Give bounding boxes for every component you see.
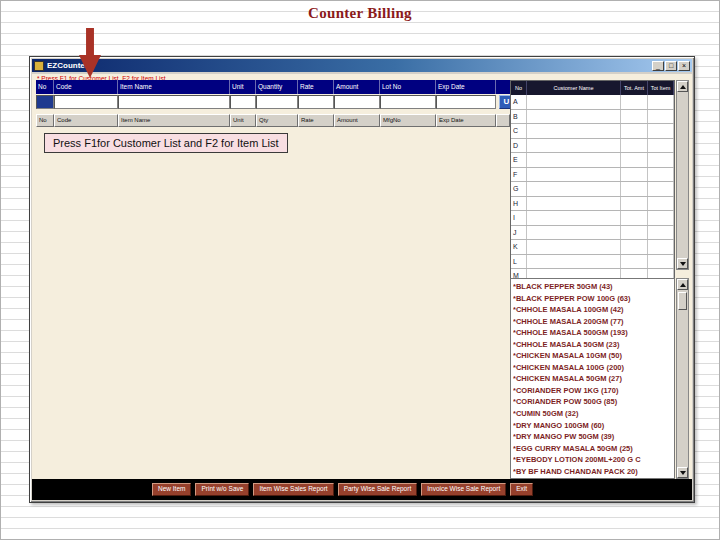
entry-unit-input[interactable] bbox=[230, 95, 256, 109]
page-title: Counter Billing bbox=[1, 5, 719, 22]
item-list-entry[interactable]: *EGG CURRY MASALA 50GM (25) bbox=[513, 443, 674, 455]
entry-col-lotno: Lot No bbox=[380, 80, 436, 94]
grid-col-amount: Amount bbox=[334, 114, 380, 127]
close-icon[interactable]: × bbox=[678, 61, 690, 71]
scroll-up-icon bbox=[680, 85, 686, 89]
customer-name-cell bbox=[527, 226, 621, 240]
maximize-icon[interactable]: □ bbox=[665, 61, 677, 71]
customer-row[interactable]: E bbox=[511, 153, 674, 168]
entry-col-unit: Unit bbox=[230, 80, 256, 94]
customer-scroll-down-button[interactable] bbox=[677, 258, 688, 269]
customer-row[interactable]: H bbox=[511, 197, 674, 212]
item-list-entry[interactable]: *CHHOLE MASALA 100GM (42) bbox=[513, 304, 674, 316]
customer-row[interactable]: L bbox=[511, 255, 674, 270]
footer-button[interactable]: Print w/o Save bbox=[195, 483, 249, 497]
entry-rate-input[interactable] bbox=[298, 95, 334, 109]
customer-name-cell bbox=[527, 255, 621, 269]
customer-amt-cell bbox=[621, 182, 648, 196]
footer-button[interactable]: Exit bbox=[510, 483, 533, 497]
customer-row[interactable]: K bbox=[511, 240, 674, 255]
entry-item-name-input[interactable] bbox=[118, 95, 230, 109]
customer-name-cell bbox=[527, 240, 621, 254]
item-list-entry[interactable]: *BY BF HAND CHANDAN PACK 20) bbox=[513, 466, 674, 478]
customer-amt-cell bbox=[621, 226, 648, 240]
item-list-entry[interactable]: *CHICKEN MASALA 10GM (50) bbox=[513, 350, 674, 362]
item-list-entry[interactable]: *CHICKEN MASALA 100G (200) bbox=[513, 362, 674, 374]
entry-quantity-input[interactable] bbox=[256, 95, 298, 109]
customer-col-tot-amt: Tot. Amt bbox=[621, 81, 648, 95]
item-list-entry[interactable]: *DRY MANGO 100GM (60) bbox=[513, 420, 674, 432]
scroll-down-icon bbox=[680, 262, 686, 266]
grid-col-rate: Rate bbox=[298, 114, 334, 127]
item-list-entry[interactable]: *EYEBODY LOTION 200ML+200 G C bbox=[513, 454, 674, 466]
customer-amt-cell bbox=[621, 95, 648, 109]
customer-row[interactable]: I bbox=[511, 211, 674, 226]
customer-row[interactable]: J bbox=[511, 226, 674, 241]
customer-rows: A B C bbox=[511, 95, 674, 284]
item-list-entry[interactable]: *BLACK PEPPER 50GM (43) bbox=[513, 281, 674, 293]
customer-code-cell: B bbox=[511, 110, 527, 124]
item-list-entry[interactable]: *CHHOLE MASALA 200GM (77) bbox=[513, 316, 674, 328]
customer-item-cell bbox=[648, 255, 674, 269]
item-list-entry[interactable]: *CORIANDER POW 500G (85) bbox=[513, 396, 674, 408]
customer-code-cell: J bbox=[511, 226, 527, 240]
customer-amt-cell bbox=[621, 168, 648, 182]
customer-item-cell bbox=[648, 139, 674, 153]
footer-button[interactable]: New Item bbox=[152, 483, 191, 497]
entry-header-row: No Code Item Name Unit Quantity Rate Amo… bbox=[36, 80, 510, 94]
minimize-icon[interactable]: _ bbox=[652, 61, 664, 71]
customer-code-cell: A bbox=[511, 95, 527, 109]
item-list: *BLACK PEPPER 50GM (43) *BLACK PEPPER PO… bbox=[510, 278, 675, 479]
app-window: EZCounter _ □ × * Press F1 for Customer … bbox=[29, 56, 695, 503]
item-list-entry[interactable]: *CHHOLE MASALA 500GM (193) bbox=[513, 327, 674, 339]
entry-expdate-input[interactable] bbox=[436, 95, 496, 109]
entry-code-input[interactable] bbox=[54, 95, 118, 109]
entry-input-row: U bbox=[36, 95, 514, 110]
customer-scroll-up-button[interactable] bbox=[677, 81, 688, 92]
scroll-down-icon bbox=[680, 471, 686, 475]
customer-code-cell: F bbox=[511, 168, 527, 182]
scrollbar-thumb[interactable] bbox=[678, 292, 687, 310]
item-list-entry[interactable]: *CORIANDER POW 1KG (170) bbox=[513, 385, 674, 397]
window-controls: _ □ × bbox=[652, 61, 690, 71]
customer-col-tot-item: Tot Item bbox=[648, 81, 674, 95]
item-list-entry[interactable]: *DRY MANGO PW 50GM (39) bbox=[513, 431, 674, 443]
item-scroll-up-button[interactable] bbox=[677, 279, 688, 290]
item-list-scrollbar[interactable] bbox=[676, 278, 689, 479]
item-scroll-down-button[interactable] bbox=[677, 467, 688, 478]
customer-amt-cell bbox=[621, 211, 648, 225]
window-titlebar[interactable]: EZCounter _ □ × bbox=[32, 59, 692, 72]
footer-button[interactable]: Party Wise Sale Report bbox=[338, 483, 418, 497]
customer-name-cell bbox=[527, 95, 621, 109]
customer-item-cell bbox=[648, 182, 674, 196]
customer-row[interactable]: G bbox=[511, 182, 674, 197]
customer-item-cell bbox=[648, 153, 674, 167]
customer-row[interactable]: B bbox=[511, 110, 674, 125]
entry-col-quantity: Quantity bbox=[256, 80, 298, 94]
item-list-entry[interactable]: *CUMIN 50GM (32) bbox=[513, 408, 674, 420]
customer-item-cell bbox=[648, 168, 674, 182]
grid-col-qty: Qty bbox=[256, 114, 298, 127]
grid-col-item-name: Item Name bbox=[118, 114, 230, 127]
entry-lotno-input[interactable] bbox=[380, 95, 436, 109]
window-title: EZCounter bbox=[47, 61, 652, 70]
footer-button[interactable]: Invoice Wise Sale Report bbox=[421, 483, 506, 497]
footer-button[interactable]: Item Wise Sales Report bbox=[253, 483, 333, 497]
customer-item-cell bbox=[648, 211, 674, 225]
entry-col-code: Code bbox=[54, 80, 118, 94]
customer-name-cell bbox=[527, 182, 621, 196]
entry-amount-input[interactable] bbox=[334, 95, 380, 109]
customer-amt-cell bbox=[621, 255, 648, 269]
item-list-entry[interactable]: *CHICKEN MASALA 50GM (27) bbox=[513, 373, 674, 385]
customer-row[interactable]: A bbox=[511, 95, 674, 110]
customer-row[interactable]: D bbox=[511, 139, 674, 154]
customer-row[interactable]: F bbox=[511, 168, 674, 183]
item-list-entry[interactable]: *CHHOLE MASALA 50GM (23) bbox=[513, 339, 674, 351]
customer-row[interactable]: C bbox=[511, 124, 674, 139]
customer-name-cell bbox=[527, 197, 621, 211]
entry-col-rate: Rate bbox=[298, 80, 334, 94]
customer-scrollbar[interactable] bbox=[676, 80, 689, 270]
item-list-entry[interactable]: *BLACK PEPPER POW 100G (63) bbox=[513, 293, 674, 305]
app-icon bbox=[34, 61, 44, 71]
entry-no-input[interactable] bbox=[36, 95, 54, 109]
